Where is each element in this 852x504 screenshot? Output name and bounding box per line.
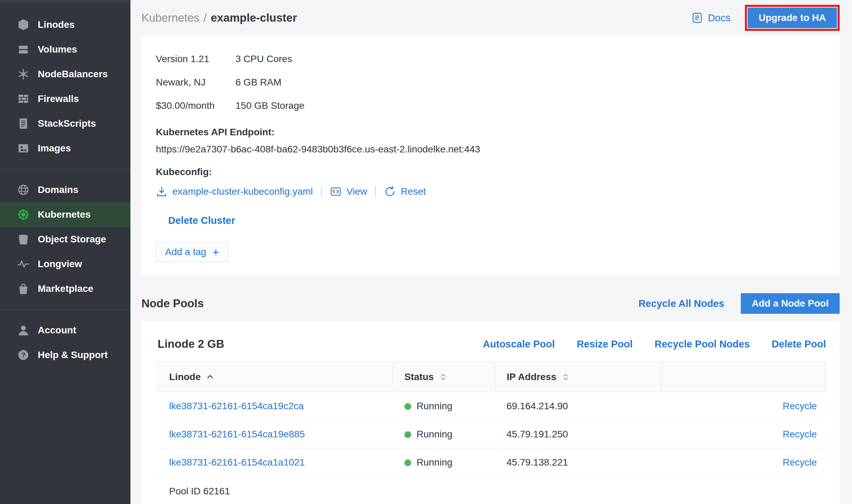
recycle-pool-nodes-link[interactable]: Recycle Pool Nodes: [655, 339, 750, 350]
firewall-icon: [17, 93, 30, 105]
cluster-ram: 6 GB RAM: [235, 71, 823, 94]
volumes-icon: [17, 43, 30, 56]
table-header-row: Linode Status IP Addre: [158, 362, 826, 392]
sidebar-item-stackscripts[interactable]: StackScripts: [0, 111, 130, 136]
node-pools-actions: Recycle All Nodes Add a Node Pool: [638, 293, 840, 314]
sidebar-item-marketplace[interactable]: Marketplace: [0, 276, 130, 301]
sidebar-item-label: Linodes: [38, 19, 74, 30]
sidebar-item-firewalls[interactable]: Firewalls: [0, 87, 130, 111]
images-icon: [17, 142, 30, 154]
divider: [375, 186, 376, 197]
column-header-status[interactable]: Status: [393, 362, 495, 392]
status-label: Running: [417, 457, 452, 468]
recycle-node-link[interactable]: Recycle: [783, 429, 817, 439]
column-label: Status: [404, 371, 434, 382]
kubeconfig-view-link[interactable]: View: [346, 186, 367, 197]
pool-id-label: Pool ID 62161: [158, 477, 826, 504]
sidebar-item-images[interactable]: Images: [0, 136, 130, 161]
sidebar-item-account[interactable]: Account: [0, 318, 130, 343]
sidebar-item-kubernetes[interactable]: Kubernetes: [0, 202, 130, 227]
kubeconfig-reset-link[interactable]: Reset: [401, 186, 426, 197]
stackscripts-icon: [17, 117, 30, 130]
resize-pool-link[interactable]: Resize Pool: [577, 339, 633, 350]
kubeconfig-download-link[interactable]: example-cluster-kubeconfig.yaml: [172, 186, 313, 197]
node-link[interactable]: lke38731-62161-6154ca19e885: [169, 429, 305, 439]
sidebar-item-nodebalancers[interactable]: NodeBalancers: [0, 62, 130, 87]
sidebar-item-volumes[interactable]: Volumes: [0, 37, 130, 62]
cube-icon: [17, 19, 30, 31]
delete-cluster-button[interactable]: Delete Cluster: [168, 214, 235, 227]
nodebalancer-icon: [17, 68, 30, 80]
page-header: Kubernetes / example-cluster Docs Upgrad…: [141, 0, 840, 36]
header-actions: Docs Upgrade to HA: [691, 5, 840, 31]
sidebar-item-label: NodeBalancers: [38, 69, 108, 80]
kubeconfig-row: example-cluster-kubeconfig.yaml View Res…: [156, 184, 823, 199]
sidebar-item-label: Longview: [38, 259, 82, 270]
sidebar: Linodes Volumes NodeBalancers Firewalls …: [0, 0, 130, 504]
sort-both-icon: [561, 373, 570, 381]
bucket-icon: [17, 233, 30, 245]
app-root: Linodes Volumes NodeBalancers Firewalls …: [0, 0, 852, 504]
svg-text:?: ?: [21, 351, 25, 359]
sidebar-divider: [0, 309, 130, 310]
kubernetes-wheel-icon: [17, 208, 30, 221]
sidebar-item-label: Kubernetes: [38, 209, 91, 220]
node-link[interactable]: lke38731-62161-6154ca19c2ca: [169, 401, 304, 411]
docs-link[interactable]: Docs: [691, 12, 730, 24]
autoscale-pool-link[interactable]: Autoscale Pool: [483, 339, 555, 350]
ip-address: 69.164.214.90: [495, 392, 661, 420]
ip-address: 45.79.138.221: [495, 448, 661, 477]
node-pool-card: Linode 2 GB Autoscale Pool Resize Pool R…: [141, 321, 840, 504]
code-icon: [330, 186, 342, 197]
status-label: Running: [417, 401, 452, 411]
sidebar-item-linodes[interactable]: Linodes: [0, 12, 130, 37]
column-label: Linode: [169, 371, 201, 382]
pool-title: Linode 2 GB: [158, 337, 224, 351]
breadcrumb-cluster-name: example-cluster: [211, 11, 297, 24]
sidebar-item-object-storage[interactable]: Object Storage: [0, 227, 130, 252]
column-header-linode[interactable]: Linode: [158, 362, 393, 392]
column-label: IP Address: [507, 371, 556, 382]
sidebar-item-label: Domains: [38, 184, 78, 195]
cluster-region: Newark, NJ: [156, 71, 235, 94]
recycle-all-nodes-link[interactable]: Recycle All Nodes: [638, 298, 724, 309]
breadcrumb-kubernetes-link[interactable]: Kubernetes: [141, 11, 199, 24]
breadcrumb-separator: /: [204, 11, 207, 24]
add-node-pool-button[interactable]: Add a Node Pool: [741, 293, 840, 314]
add-tag-button[interactable]: Add a tag +: [156, 242, 228, 262]
ip-address: 45.79.191.250: [495, 420, 661, 448]
sidebar-item-help-support[interactable]: ? Help & Support: [0, 343, 130, 367]
upgrade-to-ha-button[interactable]: Upgrade to HA: [748, 8, 837, 28]
table-row: lke38731-62161-6154ca19e885 Running 45.7…: [158, 420, 826, 448]
sidebar-item-label: Object Storage: [38, 234, 106, 245]
question-icon: ?: [17, 349, 30, 361]
breadcrumb: Kubernetes / example-cluster: [141, 11, 297, 24]
recycle-node-link[interactable]: Recycle: [783, 457, 817, 468]
kubeconfig-label: Kubeconfig:: [156, 165, 823, 179]
cluster-price: $30.00/month: [156, 94, 235, 117]
add-tag-label: Add a tag: [165, 247, 206, 257]
status-running-dot: [404, 431, 411, 438]
node-pools-title: Node Pools: [141, 297, 204, 310]
plus-icon: +: [212, 247, 219, 258]
sidebar-item-label: StackScripts: [38, 118, 96, 129]
recycle-node-link[interactable]: Recycle: [783, 401, 817, 411]
sidebar-item-domains[interactable]: Domains: [0, 177, 130, 202]
table-footer-row: Pool ID 62161: [158, 477, 826, 504]
node-link[interactable]: lke38731-62161-6154ca1a1021: [169, 457, 305, 468]
column-header-ip-address[interactable]: IP Address: [495, 362, 661, 392]
sidebar-item-label: Images: [38, 143, 71, 154]
docs-label: Docs: [708, 12, 730, 24]
upgrade-ha-annotation-box: Upgrade to HA: [745, 5, 840, 31]
sidebar-item-longview[interactable]: Longview: [0, 252, 130, 276]
table-row: lke38731-62161-6154ca19c2ca Running 69.1…: [158, 392, 826, 420]
cluster-spec-grid: Version 1.21 3 CPU Cores Newark, NJ 6 GB…: [156, 47, 823, 117]
sidebar-nav: Linodes Volumes NodeBalancers Firewalls …: [0, 3, 130, 367]
cluster-cpu: 3 CPU Cores: [235, 47, 823, 71]
pulse-icon: [17, 258, 30, 270]
delete-pool-link[interactable]: Delete Pool: [772, 339, 826, 350]
node-pool-table: Linode Status IP Addre: [158, 362, 826, 504]
sidebar-top-edge: [0, 0, 130, 3]
globe-icon: [17, 184, 30, 196]
sidebar-item-label: Marketplace: [38, 283, 93, 294]
